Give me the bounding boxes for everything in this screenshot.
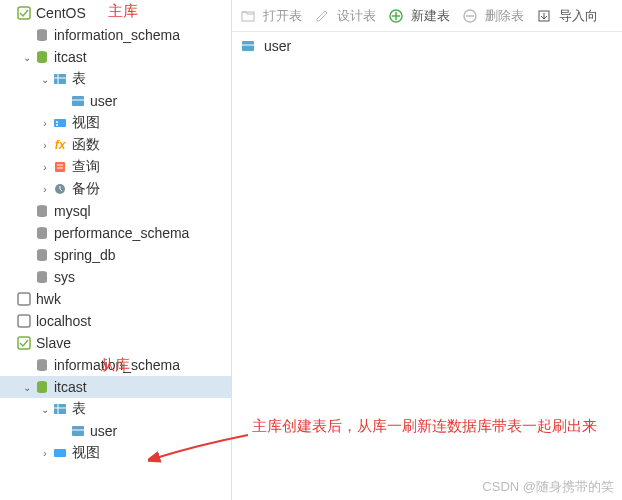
open-table-button[interactable]: 打开表 (240, 7, 302, 25)
db-spring-db[interactable]: spring_db (0, 244, 231, 266)
db-info-schema[interactable]: information_schema (0, 24, 231, 46)
svg-point-9 (56, 121, 58, 123)
import-button[interactable]: 导入向 (536, 7, 598, 25)
views-folder-2[interactable]: › 视图 (0, 442, 231, 464)
tree-label: spring_db (54, 247, 116, 263)
tree-label: Slave (36, 335, 71, 351)
tree-label: information_schema (54, 27, 180, 43)
content-table-user[interactable]: user (240, 38, 614, 54)
annotation-master: 主库 (108, 2, 138, 21)
design-table-button[interactable]: 设计表 (314, 7, 376, 25)
toolbar-label: 删除表 (485, 7, 524, 25)
conn-slave[interactable]: Slave (0, 332, 231, 354)
queries-folder[interactable]: › 查询 (0, 156, 231, 178)
svg-rect-29 (54, 449, 66, 457)
svg-rect-3 (54, 74, 66, 84)
tree-label: localhost (36, 313, 91, 329)
chevron-right-icon: › (38, 184, 52, 195)
open-icon (240, 8, 256, 24)
db-itcast-2[interactable]: ⌄ itcast (0, 376, 231, 398)
svg-rect-37 (242, 41, 254, 51)
svg-rect-21 (18, 337, 30, 349)
svg-rect-0 (18, 7, 30, 19)
db-itcast[interactable]: ⌄ itcast (0, 46, 231, 68)
connection-icon (16, 5, 32, 21)
tree-label: 表 (72, 400, 86, 418)
tree-label: 备份 (72, 180, 100, 198)
view-icon (52, 115, 68, 131)
tree-label: CentOS (36, 5, 86, 21)
table-icon (240, 38, 256, 54)
query-icon (52, 159, 68, 175)
functions-folder[interactable]: › fx 函数 (0, 134, 231, 156)
chevron-right-icon: › (38, 162, 52, 173)
toolbar-label: 打开表 (263, 7, 302, 25)
db-perf-schema[interactable]: performance_schema (0, 222, 231, 244)
tree-label: performance_schema (54, 225, 189, 241)
tree-label: hwk (36, 291, 61, 307)
views-folder[interactable]: › 视图 (0, 112, 231, 134)
chevron-right-icon: › (38, 448, 52, 459)
db-sys[interactable]: sys (0, 266, 231, 288)
chevron-down-icon: ⌄ (38, 404, 52, 415)
chevron-down-icon: ⌄ (20, 382, 34, 393)
tables-folder[interactable]: ⌄ 表 (0, 68, 231, 90)
tree-label: user (90, 93, 117, 109)
svg-rect-27 (72, 426, 84, 436)
delete-table-button[interactable]: 删除表 (462, 7, 524, 25)
design-icon (314, 8, 330, 24)
chevron-down-icon: ⌄ (38, 74, 52, 85)
chevron-right-icon: › (38, 118, 52, 129)
annotation-slave: 从库 (100, 356, 130, 375)
chevron-down-icon: ⌄ (20, 52, 34, 63)
database-icon (34, 269, 50, 285)
import-icon (536, 8, 552, 24)
conn-localhost[interactable]: localhost (0, 310, 231, 332)
database-icon (34, 357, 50, 373)
toolbar-label: 新建表 (411, 7, 450, 25)
svg-rect-24 (54, 404, 66, 414)
svg-point-10 (56, 124, 58, 126)
svg-rect-11 (55, 162, 65, 172)
tree-label: 函数 (72, 136, 100, 154)
table-label: user (264, 38, 291, 54)
svg-rect-19 (18, 293, 30, 305)
table-user-2[interactable]: user (0, 420, 231, 442)
connection-icon (16, 335, 32, 351)
tree-label: 视图 (72, 114, 100, 132)
new-table-button[interactable]: 新建表 (388, 7, 450, 25)
svg-rect-20 (18, 315, 30, 327)
backups-folder[interactable]: › 备份 (0, 178, 231, 200)
database-icon (34, 225, 50, 241)
svg-rect-6 (72, 96, 84, 106)
database-icon (34, 379, 50, 395)
table-user[interactable]: user (0, 90, 231, 112)
plus-icon (388, 8, 404, 24)
conn-hwk[interactable]: hwk (0, 288, 231, 310)
tree-label: itcast (54, 379, 87, 395)
database-icon (34, 27, 50, 43)
backup-icon (52, 181, 68, 197)
database-icon (34, 203, 50, 219)
table-icon (70, 423, 86, 439)
tree-label: 视图 (72, 444, 100, 462)
tree-label: itcast (54, 49, 87, 65)
db-mysql[interactable]: mysql (0, 200, 231, 222)
watermark: CSDN @随身携带的笑 (482, 478, 614, 496)
tree-label: 查询 (72, 158, 100, 176)
view-icon (52, 445, 68, 461)
connection-tree[interactable]: CentOS information_schema ⌄ itcast ⌄ 表 u… (0, 0, 232, 500)
toolbar-label: 导入向 (559, 7, 598, 25)
function-icon: fx (52, 137, 68, 153)
chevron-right-icon: › (38, 140, 52, 151)
annotation-note: 主库创建表后，从库一刷新连数据库带表一起刷出来 (252, 415, 597, 438)
database-icon (34, 49, 50, 65)
table-icon (70, 93, 86, 109)
svg-rect-8 (54, 119, 66, 127)
table-icon (52, 401, 68, 417)
tree-label: mysql (54, 203, 91, 219)
tables-folder-2[interactable]: ⌄ 表 (0, 398, 231, 420)
tree-label: user (90, 423, 117, 439)
connection-icon (16, 313, 32, 329)
tree-label: 表 (72, 70, 86, 88)
